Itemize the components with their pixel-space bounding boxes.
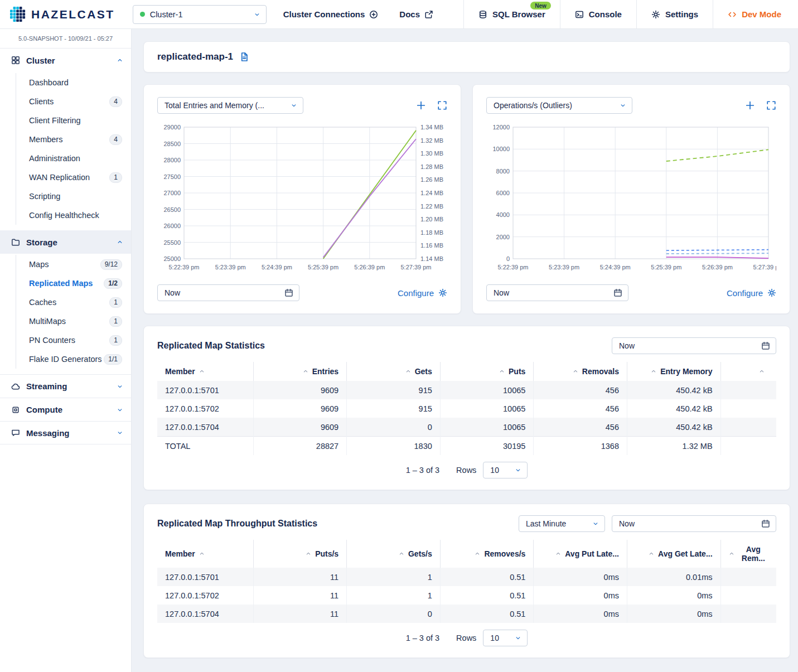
time-picker[interactable]: Now	[612, 515, 776, 532]
sidebar-item-client-filtering[interactable]: Client Filtering	[0, 111, 131, 130]
console-button[interactable]: Console	[560, 0, 636, 28]
column-header-entries[interactable]: Entries	[253, 362, 347, 381]
svg-text:5:26:39 pm: 5:26:39 pm	[702, 264, 733, 270]
brand[interactable]: HAZELCAST	[0, 7, 126, 22]
fullscreen-icon[interactable]	[437, 100, 447, 110]
sql-browser-button[interactable]: New SQL Browser	[463, 0, 560, 28]
cell: 0ms	[534, 586, 627, 605]
sort-caret-icon	[649, 551, 654, 557]
action-label: Console	[589, 9, 622, 19]
grid-icon	[11, 56, 20, 65]
fullscreen-icon[interactable]	[766, 100, 776, 110]
cluster-select[interactable]: Cluster-1	[133, 5, 267, 24]
sidebar-section-storage[interactable]: Storage	[0, 230, 131, 254]
column-header-avg-rem[interactable]: Avg Rem...	[720, 540, 776, 568]
column-header-removals[interactable]: Removals	[534, 362, 627, 381]
cell: 0	[347, 418, 441, 437]
main-content: replicated-map-1 Total Entries and Memor…	[132, 29, 798, 672]
nav-docs[interactable]: Docs	[399, 9, 433, 19]
sidebar-item-group: Maps9/12Replicated Maps1/2Caches1MultiMa…	[0, 254, 131, 374]
sidebar-item-administration[interactable]: Administration	[0, 149, 131, 168]
column-label: Removals	[582, 367, 619, 376]
column-header-extra[interactable]	[720, 362, 776, 381]
sidebar-item-wan-replication[interactable]: WAN Replication1	[0, 168, 131, 187]
column-header-member[interactable]: Member	[157, 362, 253, 381]
rows-per-page-select[interactable]: 10	[483, 462, 528, 478]
svg-text:27500: 27500	[163, 173, 181, 180]
page-header-card: replicated-map-1	[143, 41, 790, 72]
count-badge: 1	[109, 335, 122, 346]
svg-text:28000: 28000	[163, 157, 181, 163]
rows-label: Rows	[456, 466, 476, 475]
item-label: Dashboard	[29, 78, 69, 87]
cell: 1368	[534, 437, 627, 456]
plus-circle-icon	[369, 10, 378, 19]
gear-icon	[767, 288, 776, 297]
svg-text:6000: 6000	[496, 190, 510, 196]
sidebar-item-scripting[interactable]: Scripting	[0, 187, 131, 206]
sidebar-item-config-healthcheck[interactable]: Config Healthcheck	[0, 206, 131, 225]
cell: 0	[347, 605, 441, 623]
configure-button[interactable]: Configure	[398, 288, 447, 298]
topbar: HAZELCAST Cluster-1 Cluster Connections …	[0, 0, 798, 29]
sidebar-item-multimaps[interactable]: MultiMaps1	[0, 312, 131, 331]
item-label: PN Counters	[29, 336, 75, 345]
svg-text:1.28 MB: 1.28 MB	[420, 163, 443, 170]
metric-select[interactable]: Total Entries and Memory (...	[157, 97, 303, 114]
cell: 0ms	[627, 605, 720, 623]
svg-text:1.30 MB: 1.30 MB	[420, 150, 443, 157]
time-picker[interactable]: Now	[157, 284, 299, 301]
sidebar-item-replicated-maps[interactable]: Replicated Maps1/2	[0, 274, 131, 293]
gear-icon	[438, 288, 447, 297]
sidebar-item-pn-counters[interactable]: PN Counters1	[0, 331, 131, 350]
sidebar-item-members[interactable]: Members4	[0, 130, 131, 149]
period-select[interactable]: Last Minute	[519, 515, 605, 532]
column-header-entry-memory[interactable]: Entry Memory	[627, 362, 720, 381]
sidebar-section-cluster[interactable]: Cluster	[0, 49, 131, 72]
add-chart-icon[interactable]	[745, 100, 755, 110]
metric-select[interactable]: Operations/s (Outliers)	[486, 97, 632, 114]
item-label: Flake ID Generators	[29, 355, 102, 364]
column-header-gets-s[interactable]: Gets/s	[347, 540, 441, 568]
column-label: Entry Memory	[660, 367, 712, 376]
nav-cluster-connections[interactable]: Cluster Connections	[283, 9, 379, 19]
item-label: Replicated Maps	[29, 279, 93, 288]
chip-icon	[11, 405, 20, 414]
sidebar-item-maps[interactable]: Maps9/12	[0, 255, 131, 274]
cell: 11	[253, 586, 347, 605]
terminal-icon	[575, 10, 584, 19]
sidebar-section-messaging[interactable]: Messaging	[0, 421, 131, 444]
svg-text:1.20 MB: 1.20 MB	[420, 216, 443, 223]
sidebar-item-clients[interactable]: Clients4	[0, 92, 131, 111]
map-config-doc-icon[interactable]	[239, 52, 249, 62]
topbar-actions: New SQL Browser Console Settings Dev Mod…	[463, 0, 798, 28]
add-chart-icon[interactable]	[416, 100, 426, 110]
column-header-puts[interactable]: Puts	[440, 362, 534, 381]
sidebar-item-dashboard[interactable]: Dashboard	[0, 73, 131, 92]
section-label: Cluster	[26, 56, 55, 65]
cell: 1	[347, 568, 441, 586]
cell: 450.42 kB	[627, 418, 720, 437]
column-header-gets[interactable]: Gets	[347, 362, 441, 381]
column-header-member[interactable]: Member	[157, 540, 253, 568]
time-picker[interactable]: Now	[612, 337, 776, 354]
configure-button[interactable]: Configure	[727, 288, 776, 298]
svg-text:1.22 MB: 1.22 MB	[420, 203, 443, 210]
settings-button[interactable]: Settings	[636, 0, 713, 28]
column-header-avg-put-late[interactable]: Avg Put Late...	[534, 540, 627, 568]
dev-mode-button[interactable]: Dev Mode	[713, 0, 798, 28]
sidebar-item-flake-id-generators[interactable]: Flake ID Generators1/1	[0, 350, 131, 369]
cluster-status-icon	[140, 12, 145, 17]
sidebar-section-compute[interactable]: Compute	[0, 398, 131, 421]
sidebar-item-caches[interactable]: Caches1	[0, 293, 131, 312]
column-label: Gets/s	[408, 549, 432, 558]
column-header-puts-s[interactable]: Puts/s	[253, 540, 347, 568]
time-picker[interactable]: Now	[486, 284, 628, 301]
cell: 0.51	[440, 568, 534, 586]
database-icon	[478, 10, 487, 19]
rows-per-page-select[interactable]: 10	[483, 630, 528, 646]
sidebar-section-streaming[interactable]: Streaming	[0, 374, 131, 398]
column-header-removes-s[interactable]: Removes/s	[440, 540, 534, 568]
calendar-icon	[761, 519, 770, 528]
column-header-avg-get-late[interactable]: Avg Get Late...	[627, 540, 720, 568]
